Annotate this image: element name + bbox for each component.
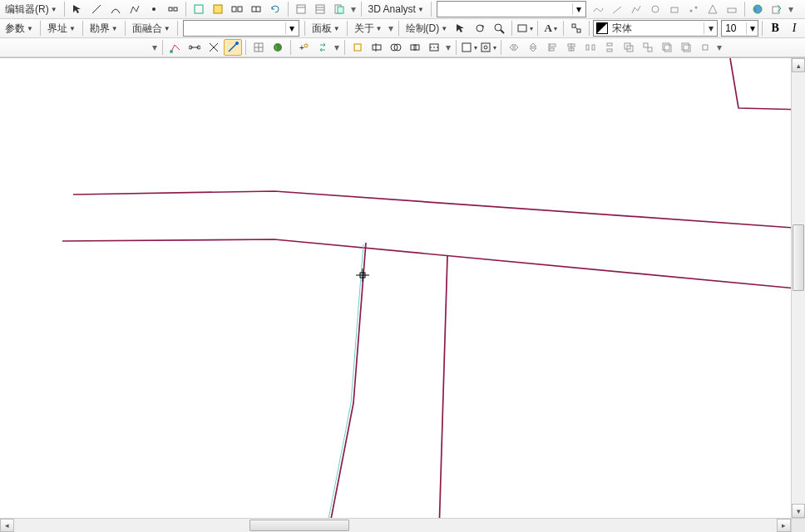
task-select[interactable]: ▾ bbox=[183, 20, 299, 37]
layout-rect-icon[interactable]: ▾ bbox=[460, 39, 478, 56]
scroll-down-button[interactable]: ▾ bbox=[792, 504, 805, 518]
align-left-icon[interactable] bbox=[543, 39, 561, 56]
scroll-thumb[interactable] bbox=[249, 520, 349, 531]
separator bbox=[398, 21, 399, 36]
ungroup-icon[interactable] bbox=[639, 39, 657, 56]
midpoint-tool-icon[interactable] bbox=[185, 39, 204, 56]
export-icon[interactable] bbox=[768, 1, 786, 17]
trace-tool-icon[interactable] bbox=[166, 39, 185, 56]
svg-line-26 bbox=[501, 30, 504, 33]
cut-polygon-icon[interactable] bbox=[190, 1, 208, 17]
layer-select[interactable]: ▾ bbox=[437, 1, 586, 17]
rotate-element-icon[interactable] bbox=[471, 20, 489, 37]
group-icon[interactable] bbox=[620, 39, 638, 56]
dropdown-arrow-icon: ▾ bbox=[704, 22, 717, 34]
bold-button[interactable]: B bbox=[766, 20, 784, 37]
distribute-h-icon[interactable] bbox=[581, 39, 600, 56]
slope-tool-icon[interactable] bbox=[608, 1, 626, 17]
text-tool-icon[interactable]: A ▾ bbox=[541, 20, 560, 37]
separator bbox=[347, 21, 348, 36]
point-tool-icon[interactable] bbox=[145, 1, 163, 17]
font-size-select[interactable]: 10 ▾ bbox=[721, 20, 758, 37]
attributes-icon[interactable] bbox=[292, 1, 310, 17]
bring-front-icon[interactable] bbox=[658, 39, 676, 56]
create-features-icon[interactable] bbox=[330, 1, 348, 17]
draw-menu[interactable]: 绘制(D) ▼ bbox=[402, 20, 452, 37]
reshape-icon[interactable] bbox=[209, 1, 227, 17]
edit-vertices-icon[interactable] bbox=[567, 20, 585, 37]
dropdown-arrow-icon: ▼ bbox=[69, 25, 76, 32]
polyline-tool-icon[interactable] bbox=[126, 1, 144, 17]
map-canvas[interactable] bbox=[0, 58, 805, 532]
svg-rect-75 bbox=[703, 45, 708, 50]
split-icon[interactable] bbox=[228, 1, 246, 17]
font-name-select[interactable]: 宋体 ▾ bbox=[593, 20, 718, 37]
toolbar-overflow-icon[interactable]: ▾ bbox=[715, 39, 724, 56]
facemerge-menu[interactable]: 面融合 ▼ bbox=[129, 20, 174, 37]
tin-tool-icon[interactable] bbox=[704, 1, 722, 17]
about-menu[interactable]: 关于 ▼ bbox=[351, 20, 386, 37]
svg-point-24 bbox=[477, 25, 483, 32]
italic-button[interactable]: I bbox=[785, 20, 803, 37]
toolbar-overflow-icon[interactable]: ▾ bbox=[151, 39, 159, 56]
arc-tool-icon[interactable] bbox=[106, 1, 125, 17]
buffer-wizard-icon[interactable] bbox=[348, 39, 367, 56]
intersection-tool-icon[interactable] bbox=[205, 39, 223, 56]
toolbar-overflow-icon[interactable]: ▾ bbox=[387, 20, 395, 37]
separator bbox=[537, 21, 538, 36]
dissolve-icon[interactable] bbox=[425, 39, 443, 56]
toolbar-overflow-icon[interactable]: ▾ bbox=[787, 1, 795, 17]
scroll-up-button[interactable]: ▴ bbox=[792, 58, 805, 72]
rectangle-tool-icon[interactable]: ▾ bbox=[516, 20, 534, 37]
globe-small-icon[interactable] bbox=[269, 39, 287, 56]
viewshed-tool-icon[interactable] bbox=[646, 1, 664, 17]
nudge-icon[interactable] bbox=[696, 39, 714, 56]
svg-rect-65 bbox=[607, 43, 612, 46]
merge-icon[interactable] bbox=[247, 1, 265, 17]
extrude-tool-icon[interactable] bbox=[665, 1, 684, 17]
toolbar-overflow-icon[interactable]: ▾ bbox=[349, 1, 358, 17]
params-menu[interactable]: 参数 ▼ bbox=[2, 20, 37, 37]
analyst-menu[interactable]: 3D Analyst ▼ bbox=[365, 1, 427, 17]
send-back-icon[interactable] bbox=[677, 39, 695, 56]
toolbar-overflow-icon[interactable]: ▾ bbox=[444, 39, 452, 56]
globe-icon[interactable] bbox=[748, 1, 767, 17]
toolbar-overflow-icon[interactable]: ▾ bbox=[333, 39, 341, 56]
flip-h-icon[interactable] bbox=[505, 39, 523, 56]
pointer-tool-icon[interactable] bbox=[68, 1, 86, 17]
align-center-icon[interactable] bbox=[562, 39, 580, 56]
scroll-thumb[interactable] bbox=[793, 224, 804, 291]
horizontal-scrollbar[interactable]: ◂ ▸ bbox=[0, 518, 791, 532]
contour-tool-icon[interactable] bbox=[589, 1, 607, 17]
sketch-properties-icon[interactable] bbox=[311, 1, 329, 17]
scroll-right-button[interactable]: ▸ bbox=[777, 519, 791, 532]
svg-rect-16 bbox=[338, 7, 343, 13]
distribute-v-icon[interactable] bbox=[600, 39, 619, 56]
panel-menu[interactable]: 面板 ▼ bbox=[309, 20, 343, 37]
survey-menu[interactable]: 勘界 ▼ bbox=[86, 20, 121, 37]
reverse-icon[interactable] bbox=[314, 39, 332, 56]
interpolate-tool-icon[interactable] bbox=[684, 1, 703, 17]
scroll-left-button[interactable]: ◂ bbox=[0, 519, 14, 532]
add-xy-icon[interactable]: + bbox=[294, 39, 313, 56]
profile-tool-icon[interactable] bbox=[627, 1, 645, 17]
vertex-edit-icon[interactable] bbox=[164, 1, 182, 17]
svg-rect-6 bbox=[232, 7, 236, 12]
select-element-icon[interactable] bbox=[452, 20, 470, 37]
intersect-icon[interactable] bbox=[387, 39, 405, 56]
svg-point-22 bbox=[753, 5, 762, 13]
zoom-to-element-icon[interactable] bbox=[490, 20, 508, 37]
layout-zoom-icon[interactable]: ▾ bbox=[479, 39, 497, 56]
vertical-scrollbar[interactable]: ▴ ▾ bbox=[791, 58, 805, 518]
union-icon[interactable] bbox=[406, 39, 424, 56]
flip-v-icon[interactable] bbox=[524, 39, 542, 56]
editor-menu[interactable]: 编辑器(R) ▼ bbox=[2, 1, 61, 17]
rotate-icon[interactable] bbox=[266, 1, 284, 17]
direction-distance-tool-icon[interactable] bbox=[224, 39, 242, 56]
segment-tool-icon[interactable] bbox=[87, 1, 106, 17]
font-size-value: 10 bbox=[722, 22, 746, 34]
boundary-menu[interactable]: 界址 ▼ bbox=[44, 20, 79, 37]
surface-tool-icon[interactable] bbox=[723, 1, 741, 17]
clip-icon[interactable] bbox=[368, 39, 386, 56]
grid-tool-icon[interactable] bbox=[249, 39, 268, 56]
